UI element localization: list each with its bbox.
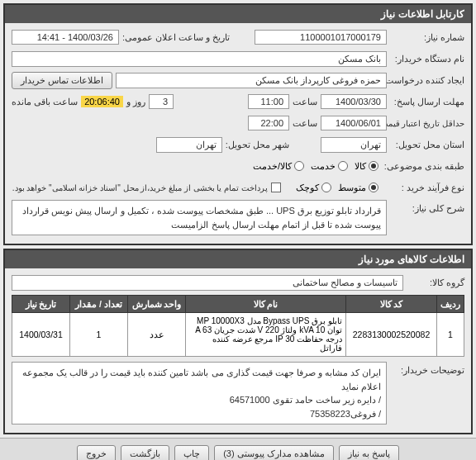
radio-dot-icon	[321, 183, 331, 192]
exit-button[interactable]: خروج	[77, 445, 116, 460]
treasury-checkbox[interactable]	[271, 183, 281, 192]
table-row[interactable]: 1 2283130002520082 تابلو برق Bypass UPS …	[12, 313, 464, 357]
buyer-org-value: بانک مسکن	[12, 51, 387, 67]
valid-date-value: 1400/06/01	[321, 116, 387, 130]
countdown-value: 20:06:40	[81, 96, 123, 107]
cell-idx: 1	[437, 313, 464, 357]
cell-qty: 1	[70, 313, 128, 357]
radio-dot-icon	[294, 161, 304, 171]
pub-date-value: 1400/03/26 - 14:41	[12, 30, 119, 45]
th-idx: ردیف	[437, 296, 464, 313]
grouping-radio-group: کالا خدمت کالا/خدمت	[253, 161, 378, 172]
radio-service-label: خدمت	[311, 161, 336, 172]
goods-group-label: گروه کالا:	[407, 277, 464, 288]
goods-table: ردیف کد کالا نام کالا واحد شمارش تعداد /…	[12, 295, 464, 357]
radio-dot-icon	[369, 183, 378, 192]
creator-label: ایجاد کننده درخواست:	[390, 75, 464, 86]
reply-button[interactable]: پاسخ به نیاز	[339, 445, 399, 460]
radio-goods[interactable]: کالا	[355, 161, 378, 172]
th-qty: تعداد / مقدار	[70, 296, 128, 313]
req-num-value: 1100001017000179	[255, 30, 387, 45]
radio-both[interactable]: کالا/خدمت	[253, 161, 304, 172]
grouping-label: طبقه بندی موضوعی:	[382, 161, 464, 172]
deadline-time-value: 11:00	[248, 94, 289, 109]
city-label: شهر محل تحویل:	[226, 140, 289, 150]
deadline-label: مهلت ارسال پاسخ:	[390, 97, 464, 107]
valid-time-value: 22:00	[248, 116, 289, 130]
radio-service[interactable]: خدمت	[311, 161, 348, 172]
hours-remaining-label: ساعت باقی مانده	[12, 97, 78, 107]
cell-unit: عدد	[128, 313, 186, 357]
time-label-2: ساعت	[293, 118, 317, 129]
radio-dot-icon	[369, 161, 378, 171]
creator-value: حمزه فروغی کارپرداز بانک مسکن	[116, 73, 387, 88]
radio-dot-icon	[338, 161, 348, 171]
th-name: نام کالا	[186, 296, 346, 313]
footer-buttons: پاسخ به نیاز مشاهده مدارک پیوستی (3) چاپ…	[0, 438, 476, 460]
th-code: کد کالا	[346, 296, 437, 313]
cell-name: تابلو برق Bypass UPS مدل MP 10000X3 توان…	[186, 313, 346, 357]
panel-header-requirement-info: کارتابل اطلاعات نیاز	[5, 5, 471, 23]
city-value: تهران	[156, 137, 222, 153]
radio-goods-label: کالا	[355, 161, 366, 172]
radio-small-label: کوچک	[296, 183, 319, 193]
th-date: تاریخ نیاز	[12, 296, 70, 313]
buyer-org-label: نام دستگاه خریدار:	[390, 54, 464, 64]
print-button[interactable]: چاپ	[174, 445, 209, 460]
province-label: استان محل تحویل:	[390, 140, 464, 150]
th-unit: واحد شمارش	[128, 296, 186, 313]
province-value: تهران	[321, 137, 387, 153]
back-button[interactable]: بازگشت	[121, 445, 169, 460]
radio-medium-label: متوسط	[338, 183, 366, 193]
cell-code: 2283130002520082	[346, 313, 437, 357]
min-valid-label: حداقل تاریخ اعتبار قیمت:	[390, 119, 464, 128]
payment-note-label: پرداخت تمام یا بخشی از مبلغ خرید،از محل …	[12, 183, 268, 192]
days-left-value: 3	[149, 94, 174, 109]
panel-header-goods-info: اطلاعات کالاهای مورد نیاز	[5, 250, 471, 268]
day-and-label: روز و	[126, 97, 145, 107]
radio-both-label: کالا/خدمت	[253, 161, 292, 172]
process-radio-group: متوسط کوچک	[296, 183, 378, 193]
deadline-date-value: 1400/03/30	[321, 94, 387, 109]
process-label: نوع فرآیند خرید :	[382, 183, 464, 193]
time-label-1: ساعت	[293, 97, 317, 107]
attachments-button[interactable]: مشاهده مدارک پیوستی (3)	[214, 445, 334, 460]
contact-info-button[interactable]: اطلاعات تماس خریدار	[12, 72, 112, 89]
buyer-notes-label: توضیحات خریدار:	[390, 362, 464, 376]
cell-date: 1400/03/31	[12, 313, 70, 357]
desc-label: شرح کلی نیاز:	[390, 200, 464, 214]
pub-date-label: تاریخ و ساعت اعلان عمومی:	[122, 32, 230, 43]
buyer-notes-text: ایران کد مشابه و صرفا جهت قیمت گذاری می …	[12, 362, 387, 424]
radio-small[interactable]: کوچک	[296, 183, 331, 193]
radio-medium[interactable]: متوسط	[338, 183, 378, 193]
req-num-label: شماره نیاز:	[390, 32, 464, 43]
desc-text: قرارداد تابلو توزیع برق UPS ... طبق مشخص…	[12, 200, 387, 235]
goods-group-value: تاسیسات و مصالح ساختمانی	[12, 275, 403, 291]
